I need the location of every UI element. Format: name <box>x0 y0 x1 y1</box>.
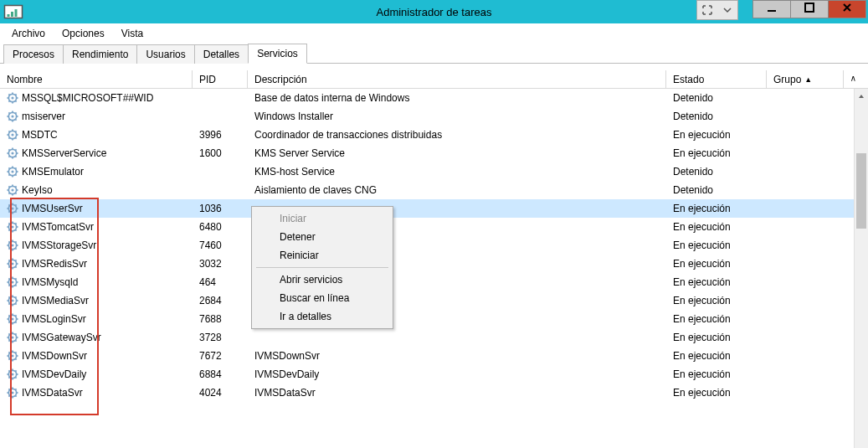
context-menu-go-to-details[interactable]: Ir a detalles <box>254 307 390 326</box>
service-pid: 3032 <box>193 258 248 270</box>
service-name: MSSQL$MICROSOFT##WID <box>22 92 153 104</box>
svg-line-54 <box>8 174 10 176</box>
gear-icon <box>7 184 18 196</box>
service-row[interactable]: IVMSDownSvr7672IVMSDownSvrEn ejecución <box>0 347 868 365</box>
service-row[interactable]: MSSQL$MICROSOFT##WIDBase de datos intern… <box>0 89 868 107</box>
scroll-thumb[interactable] <box>856 153 866 229</box>
close-button[interactable] <box>828 0 866 18</box>
tab-processes[interactable]: Procesos <box>3 44 64 64</box>
svg-line-113 <box>15 285 17 286</box>
gear-icon <box>7 221 18 233</box>
service-name-cell: MSSQL$MICROSOFT##WID <box>0 92 193 104</box>
column-header-group[interactable]: Grupo▲ <box>767 70 844 88</box>
menu-bar: Archivo Opciones Vista <box>0 23 868 44</box>
service-name: IVMSUserSvr <box>22 203 83 214</box>
context-menu-stop[interactable]: Detener <box>254 228 390 246</box>
service-name-cell: IVMSDevDaily <box>0 368 193 380</box>
chevron-down-icon[interactable] <box>717 1 737 19</box>
svg-line-14 <box>8 100 10 102</box>
svg-point-147 <box>11 354 13 357</box>
service-pid: 3996 <box>193 129 248 141</box>
svg-line-173 <box>15 395 17 397</box>
context-menu-open-services[interactable]: Abrir servicios <box>254 270 390 289</box>
service-state: En ejecución <box>666 239 767 251</box>
vertical-scrollbar[interactable] <box>854 89 868 448</box>
column-header-pid[interactable]: PID <box>193 70 248 88</box>
service-description: IVMSDevDaily <box>248 368 666 380</box>
aux-window-controls <box>696 0 738 20</box>
menu-options[interactable]: Opciones <box>55 24 111 43</box>
svg-point-167 <box>11 391 13 394</box>
svg-line-75 <box>15 204 17 206</box>
svg-line-83 <box>15 229 17 231</box>
service-description: IVMSDataSvr <box>248 387 666 399</box>
service-row[interactable]: KMSEmulatorKMS-host ServiceDetenido <box>0 162 868 181</box>
column-header-state[interactable]: Estado <box>666 70 767 88</box>
service-pid: 6480 <box>193 221 248 233</box>
maximize-button[interactable] <box>790 0 829 18</box>
svg-line-42 <box>8 149 10 151</box>
gear-icon <box>7 276 18 288</box>
service-state: Detenido <box>666 111 767 122</box>
svg-line-24 <box>8 119 10 121</box>
service-row[interactable]: IVMSTomcatSvr6480En ejecución <box>0 218 868 236</box>
svg-line-34 <box>8 137 10 139</box>
service-row[interactable]: IVMSRedisSvr3032En ejecución <box>0 255 868 273</box>
service-name-cell: IVMSGatewaySvr <box>0 332 193 343</box>
service-row[interactable]: IVMSMediaSvr2684En ejecución <box>0 291 868 310</box>
svg-line-32 <box>8 131 10 132</box>
tab-details[interactable]: Detalles <box>194 44 249 64</box>
service-name: IVMSDownSvr <box>22 350 87 362</box>
svg-line-163 <box>15 377 17 378</box>
sort-indicator-icon: ▲ <box>804 75 812 84</box>
service-row[interactable]: KeyIsoAislamiento de claves CNGDetenido <box>0 181 868 199</box>
service-row[interactable]: KMSServerService1600KMS Server ServiceEn… <box>0 144 868 162</box>
column-header-description[interactable]: Descripción <box>248 70 666 88</box>
scroll-down-icon[interactable] <box>855 443 868 448</box>
service-row[interactable]: msiserverWindows InstallerDetenido <box>0 107 868 126</box>
service-name-cell: IVMSStorageSvr <box>0 239 193 251</box>
service-pid: 3728 <box>193 332 248 343</box>
service-name-cell: KMSServerService <box>0 147 193 159</box>
svg-line-124 <box>8 303 10 305</box>
service-row[interactable]: IVMSGatewaySvr3728En ejecución <box>0 328 868 347</box>
svg-rect-5 <box>805 3 814 12</box>
tab-performance[interactable]: Rendimiento <box>63 44 137 64</box>
service-name-cell: IVMSDownSvr <box>0 350 193 362</box>
context-menu-restart[interactable]: Reiniciar <box>254 246 390 265</box>
svg-line-82 <box>8 223 10 224</box>
svg-point-157 <box>11 373 13 375</box>
context-menu-search-online[interactable]: Buscar en línea <box>254 289 390 307</box>
scroll-track[interactable] <box>855 103 868 443</box>
expand-icon[interactable] <box>697 1 717 19</box>
service-name-cell: KeyIso <box>0 184 193 196</box>
menu-file[interactable]: Archivo <box>5 24 52 43</box>
column-header-overflow[interactable]: ∨ <box>844 70 862 88</box>
scroll-up-icon[interactable] <box>855 89 868 103</box>
column-header-label: Grupo <box>773 74 801 85</box>
column-header-label: PID <box>199 74 216 85</box>
svg-line-43 <box>15 156 17 157</box>
tab-users[interactable]: Usuarios <box>136 44 194 64</box>
service-row[interactable]: IVMSDataSvr4024IVMSDataSvrEn ejecución <box>0 384 868 402</box>
service-state: En ejecución <box>666 129 767 141</box>
service-row[interactable]: IVMSStorageSvr7460En ejecución <box>0 236 868 255</box>
service-description: Base de datos interna de Windows <box>248 92 666 104</box>
service-name: IVMSLoginSvr <box>22 313 86 325</box>
service-row[interactable]: IVMSMysqld464En ejecución <box>0 273 868 291</box>
service-row[interactable]: MSDTC3996Coordinador de transacciones di… <box>0 126 868 144</box>
svg-point-107 <box>11 281 13 283</box>
minimize-button[interactable] <box>752 0 791 18</box>
service-row[interactable]: IVMSUserSvr1036En ejecución <box>0 199 868 218</box>
service-name: IVMSGatewaySvr <box>22 332 101 343</box>
gear-icon <box>7 387 18 399</box>
column-header-name[interactable]: Nombre <box>0 70 193 88</box>
service-row[interactable]: IVMSDevDaily6884IVMSDevDailyEn ejecución <box>0 365 868 384</box>
svg-line-105 <box>15 260 17 261</box>
menu-view[interactable]: Vista <box>115 24 150 43</box>
context-menu-separator <box>256 267 388 268</box>
tab-services[interactable]: Servicios <box>248 44 307 64</box>
svg-line-115 <box>15 278 17 280</box>
svg-line-94 <box>8 248 10 250</box>
service-row[interactable]: IVMSLoginSvr7688En ejecución <box>0 310 868 328</box>
